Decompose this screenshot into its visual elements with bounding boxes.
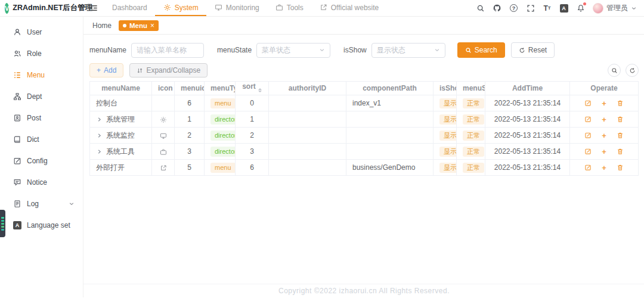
expand-row-icon[interactable]	[96, 132, 103, 139]
edit-button[interactable]	[580, 164, 596, 171]
is-show-select[interactable]: 显示状态	[371, 43, 445, 58]
edit-button[interactable]	[580, 148, 596, 155]
col-authority-id: authorityID	[269, 82, 346, 95]
search-icon[interactable]	[476, 4, 485, 13]
nav-item-official-website[interactable]: Official website	[311, 0, 386, 16]
active-dot	[123, 24, 126, 27]
expand-row-icon[interactable]	[96, 116, 103, 123]
sort-caret-icon[interactable]	[258, 86, 262, 94]
add-child-button[interactable]	[597, 99, 611, 108]
github-icon[interactable]	[493, 4, 501, 13]
trash-icon	[617, 148, 624, 155]
sidebar-item-config[interactable]: Config	[0, 150, 83, 172]
expand-row-icon[interactable]	[96, 148, 103, 155]
sort-value: 3	[236, 144, 269, 160]
trash-icon	[617, 116, 624, 123]
edit-icon	[584, 148, 592, 155]
menu-state-select[interactable]: 菜单状态	[256, 43, 330, 58]
add-child-button[interactable]	[597, 115, 611, 124]
toolbox-icon	[275, 3, 284, 12]
sidebar-item-notice[interactable]: Notice	[0, 172, 83, 193]
delete-button[interactable]	[612, 100, 628, 107]
sidebar: User Role Menu Dept Post	[0, 17, 83, 297]
bell-icon[interactable]	[576, 4, 585, 13]
menu-name-input[interactable]	[131, 43, 204, 58]
sidebar-item-dept[interactable]: Dept	[0, 86, 83, 107]
nav-item-dashboard[interactable]: Dashboard	[104, 0, 155, 16]
sidebar-item-label: Config	[27, 157, 48, 165]
nav-item-label: Tools	[287, 4, 304, 12]
col-sort[interactable]: sort	[236, 82, 269, 95]
expand-collapse-button[interactable]: Expand/Collapse	[129, 63, 208, 77]
table-row: 外部打开 5 menu 6 business/GenDemo 显示 正常 202…	[90, 160, 639, 176]
sidebar-item-label: Notice	[27, 178, 47, 187]
search-button[interactable]: Search	[457, 42, 505, 58]
avatar	[593, 3, 603, 14]
menu-type-tag: directory	[210, 131, 236, 141]
menu-type-tag: directory	[210, 114, 236, 125]
add-child-button[interactable]	[597, 147, 611, 156]
edit-button[interactable]	[580, 132, 596, 139]
component-path	[346, 128, 434, 144]
question-icon[interactable]	[509, 4, 518, 13]
gear-icon	[160, 116, 167, 123]
delete-button[interactable]	[612, 116, 628, 123]
reset-button[interactable]: Reset	[511, 42, 555, 58]
nav-item-label: System	[175, 4, 199, 12]
nav-item-tools[interactable]: Tools	[267, 0, 311, 16]
edge-widget[interactable]	[0, 210, 5, 237]
fullscreen-icon[interactable]	[526, 4, 535, 13]
add-child-button[interactable]	[597, 131, 611, 140]
delete-button[interactable]	[612, 164, 628, 171]
sidebar-item-post[interactable]: Post	[0, 107, 83, 129]
edit-button[interactable]	[580, 100, 596, 107]
sidebar-item-menu[interactable]: Menu	[0, 64, 83, 86]
tags-view-bar: Home Menu	[83, 17, 644, 35]
translate-icon[interactable]	[559, 4, 568, 13]
add-time: 2022-05-13 21:35:14	[485, 160, 570, 176]
sidebar-item-label: Language set	[27, 221, 70, 229]
sidebar-item-language-set[interactable]: Language set	[0, 215, 83, 236]
show-search-toggle-button[interactable]	[608, 64, 621, 77]
username: 管理员	[606, 3, 628, 13]
sidebar-item-label: Dept	[27, 92, 42, 101]
menuid: 3	[175, 144, 205, 160]
menuid: 2	[175, 128, 205, 144]
user-menu[interactable]: 管理员	[593, 3, 637, 14]
log-doc-icon	[13, 200, 21, 208]
chevron-down-icon	[319, 47, 325, 53]
menuid: 6	[175, 95, 205, 111]
add-child-button[interactable]	[597, 163, 611, 172]
notice-chat-icon	[13, 178, 21, 187]
sidebar-item-user[interactable]: User	[0, 21, 83, 43]
sidebar-collapse-icon[interactable]	[83, 0, 104, 16]
col-operate: Operate	[570, 82, 639, 95]
sidebar-item-role[interactable]: Role	[0, 43, 83, 64]
content-area: Home Menu menuName menuState 菜单状态 isShow…	[83, 17, 644, 297]
font-size-icon[interactable]	[543, 4, 552, 13]
nav-item-label: Dashboard	[112, 4, 147, 12]
edit-button[interactable]	[580, 116, 596, 123]
menu-table: menuName icon menuid menuType sort autho…	[89, 81, 639, 176]
app-logo: V ZRAdmin.NET后台管理	[0, 0, 83, 16]
delete-button[interactable]	[612, 132, 628, 139]
sidebar-item-label: Dict	[27, 135, 39, 144]
col-menu-name: menuName	[90, 82, 152, 95]
sidebar-item-dict[interactable]: Dict	[0, 129, 83, 150]
component-path: business/GenDemo	[346, 160, 434, 176]
menu-state-tag: 正常	[463, 163, 484, 173]
close-icon[interactable]	[150, 22, 154, 29]
add-button[interactable]: Add	[89, 63, 123, 77]
nav-item-system[interactable]: System	[155, 0, 206, 16]
nav-item-label: Official website	[331, 4, 379, 12]
sidebar-item-log[interactable]: Log	[0, 193, 83, 215]
tab-menu[interactable]: Menu	[119, 20, 159, 31]
tab-home[interactable]: Home	[92, 21, 112, 30]
refresh-button[interactable]	[626, 64, 639, 77]
menu-name: 系统工具	[106, 147, 135, 157]
refresh-icon	[629, 67, 636, 74]
nav-item-monitoring[interactable]: Monitoring	[206, 0, 267, 16]
table-row: 控制台 6 menu 0 index_v1 显示 正常 2022-05-13 2…	[90, 95, 639, 111]
delete-button[interactable]	[612, 148, 628, 155]
tab-label: Menu	[129, 22, 147, 29]
